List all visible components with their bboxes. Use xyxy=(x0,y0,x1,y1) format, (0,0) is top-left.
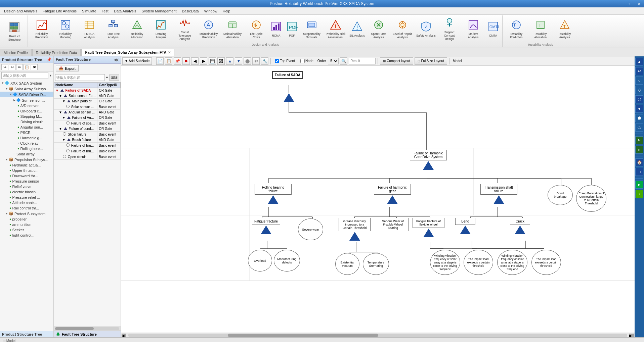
menu-fatigue[interactable]: Fatigue Life Analysis xyxy=(40,8,79,14)
right-icon-diamond[interactable]: ◇ xyxy=(635,86,643,94)
arrow-right-btn[interactable]: ▶ xyxy=(200,57,207,65)
restore-button[interactable]: □ xyxy=(624,0,634,7)
menu-system[interactable]: System Management xyxy=(139,8,179,14)
new-icon-btn[interactable]: 📄 xyxy=(156,57,164,65)
table-row[interactable]: ▼ Main parts of solar sensor OR Gate xyxy=(54,99,121,104)
testability-analysis-button[interactable]: T Testability Analysis xyxy=(553,15,576,42)
tools-btn[interactable]: 🔧 xyxy=(261,57,268,65)
circle-btn[interactable]: ⬤ xyxy=(244,57,251,65)
maintain-predict-button[interactable]: Maintainability Prediction xyxy=(197,15,220,42)
table-row[interactable]: Failure of brush main parts Basic event xyxy=(54,143,121,148)
support-concept-button[interactable]: Support Concept Design xyxy=(438,15,461,42)
menu-basic[interactable]: BasicData xyxy=(179,8,202,14)
save-btn[interactable]: 💾 xyxy=(209,57,216,65)
tree-item-downward[interactable]: ● Downward thr... xyxy=(0,173,53,179)
table-row[interactable]: Open circuit Basic event xyxy=(54,154,121,160)
menu-data[interactable]: Data Analysis xyxy=(111,8,139,14)
spare-parts-button[interactable]: Spare Parts Analysis xyxy=(367,15,390,42)
tree-item-rolling[interactable]: ● Rolling bear... xyxy=(0,146,53,151)
reliability-prediction-button[interactable]: Reliability Prediction xyxy=(30,15,53,42)
gear-btn[interactable]: ⚙ xyxy=(252,57,260,65)
middle-scroll-track[interactable] xyxy=(55,327,119,330)
serious-wear-node[interactable]: Serious Wear of Flexible Wheel Bearing xyxy=(377,218,409,231)
severe-wear-circle[interactable]: Severe wear xyxy=(298,218,323,240)
right-icon-home[interactable]: 🏠 xyxy=(635,158,643,166)
top-event-node[interactable]: Failure of SADA xyxy=(272,71,303,79)
fatigue-fracture-node[interactable]: Fatigue fracture xyxy=(252,218,280,234)
tree-item-relief-valve[interactable]: ● Relief valve xyxy=(0,184,53,189)
harmonic-gear-node[interactable]: Failure of harmonic gear xyxy=(374,184,411,204)
transmission-node[interactable]: Transmission shaft failure xyxy=(480,184,517,204)
tree-item-propulsion[interactable]: ▼ 📦 Propulsion Subsys... xyxy=(0,157,53,162)
impact-2-node[interactable]: The impact load exceeds a certain thresh… xyxy=(531,250,561,275)
tree-item-rail-control[interactable]: ● Rail control thr... xyxy=(0,205,53,211)
tree-item-stepping[interactable]: ● Stepping M... xyxy=(0,114,53,119)
clear-button[interactable]: 清除 xyxy=(109,75,119,81)
derating-button[interactable]: Derating Analysis xyxy=(149,15,173,42)
tab-mission-profile[interactable]: Mission Profile xyxy=(0,49,32,56)
reliability-allocation-button[interactable]: Reliability Allocation xyxy=(125,15,149,42)
tree-item-clock-relay[interactable]: ⫾ Clock relay xyxy=(0,141,53,146)
tab-close-button[interactable]: ✕ xyxy=(168,51,171,54)
menu-test[interactable]: Test xyxy=(99,8,111,14)
prob-risk-button[interactable]: ! Probability Risk Assessment xyxy=(324,15,347,42)
winding-2-circle[interactable]: Winding vibration frequency of solar arr… xyxy=(497,250,527,275)
winding-1-circle[interactable]: Winding vibration frequency of solar arr… xyxy=(430,250,460,275)
grease-box[interactable]: Grease Viscosity Increased to a Certain … xyxy=(339,218,371,231)
vacuum-circle[interactable]: Existential vacuum xyxy=(335,253,359,275)
tree-item-harmonic[interactable]: ● Harmonic g... xyxy=(0,135,53,141)
maintain-alloc-button[interactable]: Maintainability Allocation xyxy=(221,15,244,42)
supportability-button[interactable]: Supportability Simulate xyxy=(300,15,324,42)
testability-allocation-button[interactable]: T Testability Allocation xyxy=(529,15,552,42)
level-repair-button[interactable]: Level of Repair Analysis xyxy=(391,15,414,42)
right-icon-pentagon[interactable]: ⬟ xyxy=(635,114,643,122)
add-subnode-button[interactable]: ▼ Add SubNode xyxy=(122,57,152,65)
severe-wear-node[interactable]: Severe wear xyxy=(298,218,323,240)
tree-item-pressure-sensor[interactable]: ● Pressure sensor xyxy=(0,179,53,184)
serious-wear-box[interactable]: Serious Wear of Flexible Wheel Bearing xyxy=(377,218,409,231)
fatigue-flex-box[interactable]: Fatigue fracture of flexible wheel xyxy=(413,218,444,228)
arrow-left-btn[interactable]: ◀ xyxy=(191,57,199,65)
tree-item-xxx-sada[interactable]: ▼ 💠 XXX SADA System xyxy=(0,80,53,86)
left-search-input[interactable] xyxy=(1,72,48,79)
creep-relax-node[interactable]: Creep Relaxation of Connection Flange to… xyxy=(576,185,606,212)
right-icon-circle[interactable]: ○ xyxy=(635,77,643,85)
temp-alt-circle[interactable]: Temperature alternating xyxy=(363,253,389,275)
node-checkbox[interactable] xyxy=(300,59,305,63)
left-toolbar-btn-1[interactable]: ↪ xyxy=(1,64,8,70)
tree-item-sun-sensor[interactable]: ▶ 🔷 Sun-sensor ... xyxy=(0,97,53,103)
search-dropdown-icon[interactable]: ▼ xyxy=(105,76,109,79)
failure-harmonic-box[interactable]: Failure of Harmonic Gear Drive System xyxy=(410,150,447,160)
overload-circle[interactable]: Overload xyxy=(248,250,272,272)
left-panel-pin[interactable]: 📌 xyxy=(47,57,51,62)
lifecycle-button[interactable]: $ Life Cycle Costs xyxy=(245,15,268,42)
tree-item-pscr[interactable]: ● PSCR xyxy=(0,130,53,135)
image-btn[interactable]: 🖼 xyxy=(217,57,225,65)
markov-button[interactable]: Markov Analysis xyxy=(462,15,485,42)
export-button[interactable]: 📤 Export xyxy=(56,65,79,71)
pof-button[interactable]: POF POF xyxy=(284,15,300,42)
close-button[interactable]: ✕ xyxy=(634,0,644,7)
table-row[interactable]: ▼ Brush failure AND Gate xyxy=(54,137,121,143)
rolling-bearing-box[interactable]: Rolling bearing failure xyxy=(255,184,292,195)
testability-prediction-button[interactable]: T Testability Prediction xyxy=(505,15,528,42)
reliability-modeling-button[interactable]: Reliability Modeling xyxy=(54,15,77,42)
transmission-box[interactable]: Transmission shaft failure xyxy=(480,184,517,195)
result-input[interactable] xyxy=(349,58,376,64)
table-row[interactable]: ▼ Failure of Angular Sensor's Main Compo… xyxy=(54,115,121,120)
harmonic-gear-box[interactable]: Failure of harmonic gear xyxy=(374,184,411,195)
menu-window[interactable]: Window xyxy=(202,8,220,14)
middle-collapse-button[interactable]: ≪ xyxy=(114,57,119,62)
right-icon-green1[interactable]: ▶ xyxy=(635,181,643,189)
omta-button[interactable]: OMTA OMTA xyxy=(485,15,501,42)
vacuum-node[interactable]: Existential vacuum xyxy=(335,253,359,275)
tree-item-fight[interactable]: ● fight control... xyxy=(0,233,53,238)
right-icon-rect[interactable]: □ xyxy=(635,168,643,176)
bend-box[interactable]: Bend xyxy=(455,218,475,225)
failure-harmonic-node[interactable]: Failure of Harmonic Gear Drive System xyxy=(410,150,447,170)
table-row[interactable]: Solar sensor spare parts Failure Basic e… xyxy=(54,104,121,110)
tree-item-onboard[interactable]: ● On-board c... xyxy=(0,108,53,114)
table-row[interactable]: Failure of spare parts of angular positi… xyxy=(54,120,121,126)
left-toolbar-btn-3[interactable]: ✏ xyxy=(16,64,23,70)
left-toolbar-btn-5[interactable]: ✖ xyxy=(31,64,38,70)
